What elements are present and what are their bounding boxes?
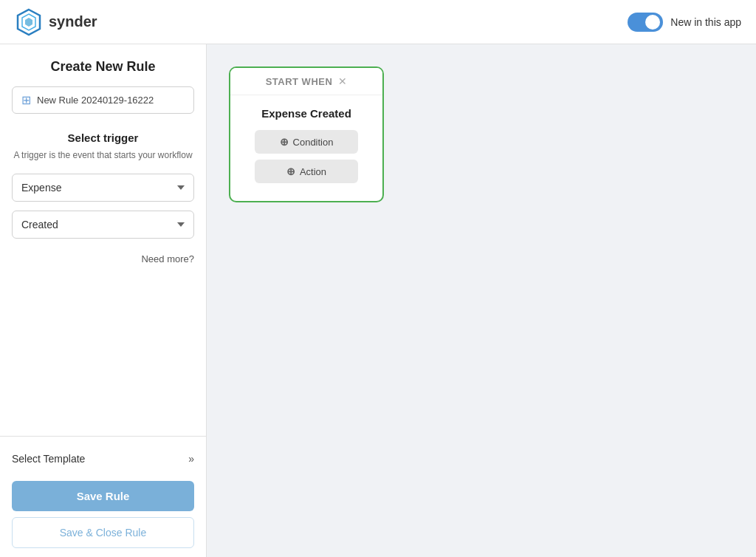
toggle-area: New in this app [628,13,741,32]
rule-name-field[interactable]: ⊞ New Rule 20240129-16222 [12,86,194,114]
new-in-app-toggle[interactable] [628,13,663,32]
main-layout: Create New Rule ⊞ New Rule 20240129-1622… [0,44,756,557]
action-button[interactable]: ⊕ Action [255,160,358,183]
toggle-label: New in this app [670,16,741,28]
svg-marker-2 [25,18,32,27]
select-template-label: Select Template [12,453,85,465]
rule-name-text: New Rule 20240129-16222 [37,95,154,106]
condition-plus-icon: ⊕ [280,136,289,148]
close-icon[interactable]: ✕ [338,75,347,87]
logo-text: synder [49,13,97,30]
rule-name-icon: ⊞ [21,93,31,107]
trigger-type-select[interactable]: Expense Income Transfer [12,174,194,202]
action-plus-icon: ⊕ [286,165,295,177]
trigger-section: Select trigger A trigger is the event th… [12,131,194,264]
trigger-title: Select trigger [12,131,194,144]
start-when-card: START WHEN ✕ Expense Created ⊕ Condition… [229,66,384,202]
app-header: synder New in this app [0,0,756,44]
sidebar: Create New Rule ⊞ New Rule 20240129-1622… [0,44,207,557]
synder-logo-icon [15,8,43,36]
save-close-rule-button[interactable]: Save & Close Rule [12,517,194,548]
need-more-link[interactable]: Need more? [12,253,194,264]
logo-area: synder [15,8,97,36]
start-when-header: START WHEN ✕ [230,68,382,95]
trigger-desc: A trigger is the event that starts your … [12,148,194,162]
sidebar-content: Create New Rule ⊞ New Rule 20240129-1622… [0,44,206,436]
event-title: Expense Created [261,107,351,120]
canvas-area: START WHEN ✕ Expense Created ⊕ Condition… [207,44,756,557]
start-when-label: START WHEN [266,76,333,87]
condition-button[interactable]: ⊕ Condition [255,130,358,154]
sidebar-title: Create New Rule [12,59,194,75]
trigger-event-select[interactable]: Created Updated Deleted [12,211,194,239]
select-template-bar[interactable]: Select Template » [12,445,194,472]
sidebar-footer: Select Template » Save Rule Save & Close… [0,436,206,557]
save-rule-button[interactable]: Save Rule [12,481,194,511]
double-chevron-icon: » [188,453,194,465]
